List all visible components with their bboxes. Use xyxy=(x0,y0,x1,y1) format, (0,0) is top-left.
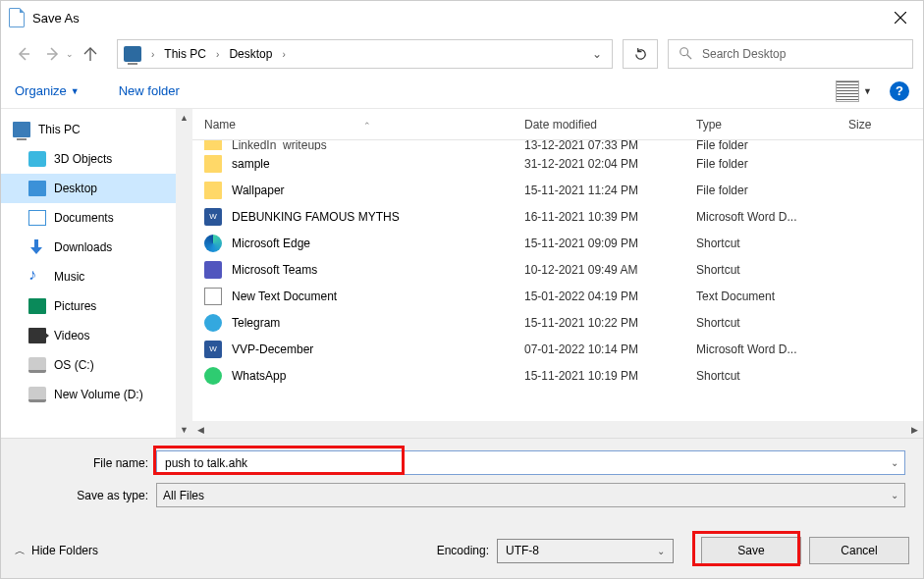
refresh-button[interactable] xyxy=(623,39,658,69)
chevron-down-icon[interactable]: ⌄ xyxy=(885,490,898,500)
scroll-up-icon[interactable]: ▲ xyxy=(176,109,192,126)
up-button[interactable] xyxy=(78,41,103,67)
drive-icon xyxy=(28,387,46,402)
file-name: WhatsApp xyxy=(232,369,286,383)
column-headers: Name⌃ Date modified Type Size xyxy=(192,109,923,140)
sidebar-item-volume-d[interactable]: New Volume (D:) xyxy=(1,380,176,409)
sidebar-item-desktop[interactable]: Desktop xyxy=(1,174,176,203)
sidebar-item-os-c[interactable]: OS (C:) xyxy=(1,350,176,380)
help-button[interactable]: ? xyxy=(890,81,909,101)
file-name: Wallpaper xyxy=(232,184,285,197)
file-row[interactable]: Telegram15-11-2021 10:22 PMShortcut xyxy=(204,309,923,336)
cancel-button[interactable]: Cancel xyxy=(809,537,909,564)
sidebar-item-music[interactable]: ♪Music xyxy=(1,262,176,291)
view-options-button[interactable] xyxy=(836,80,859,102)
sidebar: This PC 3D Objects Desktop Documents Dow… xyxy=(1,109,192,438)
scroll-down-icon[interactable]: ▼ xyxy=(176,421,192,438)
filename-field[interactable] xyxy=(163,455,885,471)
search-placeholder: Search Desktop xyxy=(702,47,786,61)
chevron-right-icon: › xyxy=(210,49,225,60)
desktop-icon xyxy=(28,181,46,196)
file-name: Telegram xyxy=(232,316,280,330)
breadcrumb-this-pc[interactable]: This PC xyxy=(160,47,210,61)
sidebar-item-this-pc[interactable]: This PC xyxy=(1,115,176,144)
file-row[interactable]: Microsoft Edge15-11-2021 09:09 PMShortcu… xyxy=(204,230,923,256)
chevron-down-icon[interactable]: ⌄ xyxy=(885,457,898,468)
file-date: 07-01-2022 10:14 PM xyxy=(524,342,696,356)
file-name: LinkedIn_writeups xyxy=(232,140,327,150)
hide-folders-button[interactable]: ︿ Hide Folders xyxy=(15,544,98,558)
column-name[interactable]: Name⌃ xyxy=(204,118,524,132)
arrow-right-icon xyxy=(45,46,61,62)
file-type: Microsoft Word D... xyxy=(696,210,848,224)
save-form: File name: ⌄ Save as type: All Files ⌄ xyxy=(1,438,923,519)
close-icon xyxy=(895,12,906,24)
file-type: File folder xyxy=(696,140,848,150)
file-icon xyxy=(204,235,222,252)
refresh-icon xyxy=(633,47,648,62)
breadcrumb-dropdown[interactable]: ⌄ xyxy=(584,47,610,61)
file-name: New Text Document xyxy=(232,290,337,303)
sidebar-item-downloads[interactable]: Downloads xyxy=(1,233,176,262)
file-icon xyxy=(204,182,222,199)
save-as-type-label: Save as type: xyxy=(11,489,156,502)
file-date: 10-12-2021 09:49 AM xyxy=(524,263,696,277)
file-row[interactable]: WVVP-December07-01-2022 10:14 PMMicrosof… xyxy=(204,336,923,362)
chevron-down-icon: ⌄ xyxy=(657,546,665,556)
save-as-type-select[interactable]: All Files ⌄ xyxy=(156,483,905,507)
save-button[interactable]: Save xyxy=(701,537,801,564)
file-row[interactable]: Wallpaper15-11-2021 11:24 PMFile folder xyxy=(204,177,923,203)
organize-button[interactable]: Organize xyxy=(15,83,67,98)
file-row[interactable]: New Text Document15-01-2022 04:19 PMText… xyxy=(204,283,923,309)
sidebar-item-documents[interactable]: Documents xyxy=(1,203,176,233)
sidebar-item-pictures[interactable]: Pictures xyxy=(1,291,176,321)
file-row[interactable]: WhatsApp15-11-2021 10:19 PMShortcut xyxy=(204,362,923,389)
scroll-left-icon[interactable]: ◀ xyxy=(192,425,209,435)
filename-input[interactable]: ⌄ xyxy=(156,450,905,475)
history-dropdown[interactable]: ⌄ xyxy=(66,49,74,59)
sidebar-item-3d-objects[interactable]: 3D Objects xyxy=(1,144,176,174)
file-row[interactable]: sample31-12-2021 02:04 PMFile folder xyxy=(204,150,923,177)
column-size[interactable]: Size xyxy=(848,118,896,132)
arrow-up-icon xyxy=(82,46,98,62)
file-type: File folder xyxy=(696,184,848,197)
drive-icon xyxy=(28,357,46,373)
file-name: Microsoft Teams xyxy=(232,263,317,277)
pc-icon xyxy=(124,46,141,62)
pictures-icon xyxy=(28,298,46,314)
close-button[interactable] xyxy=(878,1,923,34)
sort-indicator-icon: ⌃ xyxy=(363,121,371,131)
file-date: 15-01-2022 04:19 PM xyxy=(524,290,696,303)
encoding-label: Encoding: xyxy=(437,544,489,557)
file-date: 31-12-2021 02:04 PM xyxy=(524,157,696,171)
column-type[interactable]: Type xyxy=(696,118,848,132)
file-row[interactable]: Microsoft Teams10-12-2021 09:49 AMShortc… xyxy=(204,256,923,283)
encoding-select[interactable]: UTF-8 ⌄ xyxy=(497,539,674,563)
column-date[interactable]: Date modified xyxy=(524,118,696,132)
file-row[interactable]: LinkedIn_writeups13-12-2021 07:33 PMFile… xyxy=(204,140,923,150)
file-date: 15-11-2021 09:09 PM xyxy=(524,237,696,250)
sidebar-scrollbar[interactable]: ▲ ▼ xyxy=(176,109,192,438)
scroll-right-icon[interactable]: ▶ xyxy=(906,425,923,435)
search-input[interactable]: Search Desktop xyxy=(668,39,913,69)
back-button[interactable] xyxy=(11,41,36,67)
file-icon xyxy=(204,367,222,385)
file-row[interactable]: WDEBUNKING FAMOUS MYTHS16-11-2021 10:39 … xyxy=(204,203,923,230)
svg-line-6 xyxy=(687,54,691,58)
file-type: Shortcut xyxy=(696,263,848,277)
file-icon xyxy=(204,155,222,173)
horizontal-scrollbar[interactable]: ◀ ▶ xyxy=(192,421,923,438)
forward-button[interactable] xyxy=(40,41,66,67)
file-icon xyxy=(204,288,222,305)
pc-icon xyxy=(13,122,30,137)
chevron-down-icon: ▼ xyxy=(71,86,80,96)
documents-icon xyxy=(28,210,46,226)
breadcrumb[interactable]: › This PC › Desktop › ⌄ xyxy=(117,39,613,69)
file-type: Text Document xyxy=(696,290,848,303)
new-folder-button[interactable]: New folder xyxy=(119,83,180,98)
chevron-down-icon[interactable]: ▼ xyxy=(863,86,872,96)
sidebar-item-videos[interactable]: Videos xyxy=(1,321,176,350)
arrow-left-icon xyxy=(16,46,31,62)
breadcrumb-desktop[interactable]: Desktop xyxy=(225,47,276,61)
nav-bar: ⌄ › This PC › Desktop › ⌄ Search Desktop xyxy=(1,34,923,74)
